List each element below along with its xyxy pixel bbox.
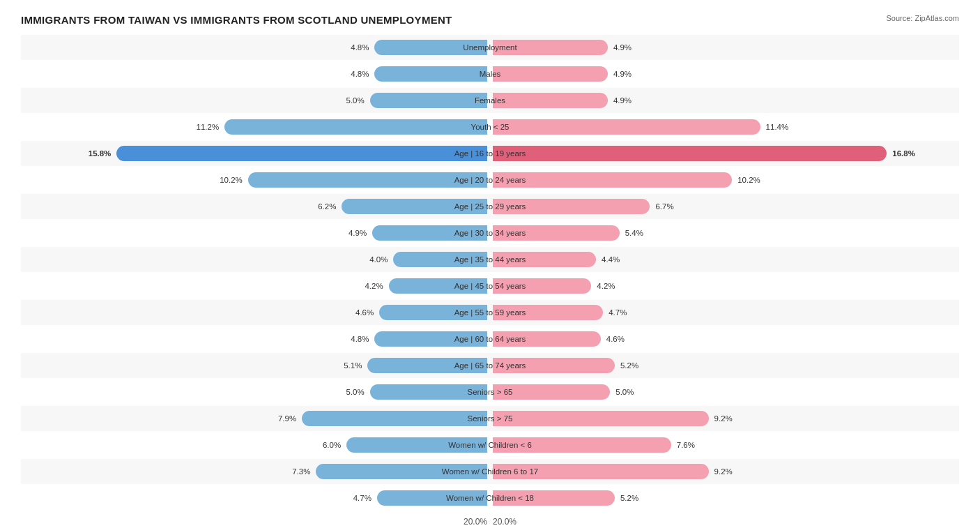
chart-container: IMMIGRANTS FROM TAIWAN VS IMMIGRANTS FRO…: [21, 14, 959, 528]
bar-value-left: 4.8%: [351, 335, 369, 343]
bar-value-left: 5.1%: [344, 361, 362, 370]
bar-value-left: 4.8%: [351, 70, 369, 78]
row-left-section: 6.0%: [21, 432, 490, 458]
chart-row: 5.0%Females4.9%: [21, 88, 959, 113]
bar-value-left: 5.0%: [346, 96, 365, 105]
row-left-section: 10.2%: [21, 167, 490, 193]
bar-value-left: 11.2%: [197, 123, 220, 131]
row-left-section: 7.9%: [21, 406, 490, 431]
row-left-section: 4.0%: [21, 247, 490, 272]
row-left-section: 11.2%: [21, 114, 490, 139]
chart-row: 4.6%Age | 55 to 59 years4.7%: [21, 300, 959, 325]
bar-value-left: 4.2%: [365, 282, 383, 290]
bar-value-left: 4.9%: [349, 229, 367, 237]
chart-row: 11.2%Youth < 2511.4%: [21, 114, 959, 139]
bar-value-left: 6.2%: [318, 202, 336, 211]
bar-value-right: 4.7%: [608, 308, 627, 317]
bar-value-right: 5.2%: [620, 361, 638, 370]
row-left-section: 5.1%: [21, 353, 490, 378]
bar-value-right: 4.9%: [613, 70, 631, 78]
row-right-section: 7.6%: [490, 432, 959, 458]
bar-value-left: 7.3%: [292, 467, 310, 476]
chart-row: 7.9%Seniors > 759.2%: [21, 406, 959, 431]
row-right-section: 4.4%: [490, 247, 959, 272]
bar-value-left: 4.6%: [355, 308, 374, 317]
chart-area: 4.8%Unemployment4.9%4.8%Males4.9%5.0%Fem…: [21, 35, 959, 511]
chart-row: 4.8%Males4.9%: [21, 61, 959, 86]
bar-value-right: 10.2%: [737, 176, 760, 184]
chart-row: 6.0%Women w/ Children < 67.6%: [21, 432, 959, 458]
chart-title: IMMIGRANTS FROM TAIWAN VS IMMIGRANTS FRO…: [21, 14, 452, 26]
bar-value-left: 4.0%: [369, 255, 388, 264]
bar-value-right: 7.6%: [677, 441, 695, 449]
row-right-section: 5.0%: [490, 379, 959, 405]
row-right-section: 5.2%: [490, 485, 959, 511]
bar-value-left: 4.8%: [351, 43, 369, 52]
row-right-section: 5.4%: [490, 220, 959, 246]
row-right-section: 4.6%: [490, 326, 959, 352]
chart-row: 15.8%Age | 16 to 19 years16.8%: [21, 141, 959, 166]
bar-value-right: 4.9%: [613, 43, 631, 52]
chart-row: 4.9%Age | 30 to 34 years5.4%: [21, 220, 959, 246]
row-right-section: 11.4%: [490, 114, 959, 139]
bar-value-right: 5.4%: [625, 229, 643, 237]
row-right-section: 4.9%: [490, 88, 959, 113]
row-right-section: 9.2%: [490, 459, 959, 484]
bar-value-right: 9.2%: [714, 467, 733, 476]
row-right-section: 4.7%: [490, 300, 959, 325]
row-right-section: 9.2%: [490, 406, 959, 431]
bar-value-right: 6.7%: [655, 202, 673, 211]
bar-value-right: 5.2%: [620, 494, 638, 502]
axis-right-label: 20.0%: [493, 517, 516, 527]
bar-value-left: 6.0%: [323, 441, 341, 449]
bar-value-right: 4.9%: [613, 96, 631, 105]
row-left-section: 6.2%: [21, 194, 490, 219]
chart-row: 5.1%Age | 65 to 74 years5.2%: [21, 353, 959, 378]
bar-value-left: 10.2%: [220, 176, 243, 184]
axis-left-label: 20.0%: [464, 517, 487, 527]
bar-value-left: 15.8%: [89, 149, 112, 158]
bar-value-right: 4.4%: [602, 255, 620, 264]
bar-value-right: 11.4%: [766, 123, 789, 131]
row-left-section: 5.0%: [21, 88, 490, 113]
chart-row: 10.2%Age | 20 to 24 years10.2%: [21, 167, 959, 193]
row-left-section: 4.9%: [21, 220, 490, 246]
chart-row: 4.2%Age | 45 to 54 years4.2%: [21, 273, 959, 299]
row-right-section: 4.2%: [490, 273, 959, 299]
row-left-section: 4.8%: [21, 61, 490, 86]
chart-row: 4.8%Unemployment4.9%: [21, 35, 959, 60]
chart-row: 4.0%Age | 35 to 44 years4.4%: [21, 247, 959, 272]
chart-row: 6.2%Age | 25 to 29 years6.7%: [21, 194, 959, 219]
bar-value-right: 4.2%: [597, 282, 615, 290]
bar-value-left: 4.7%: [353, 494, 372, 502]
row-left-section: 4.6%: [21, 300, 490, 325]
chart-row: 4.7%Women w/ Children < 185.2%: [21, 485, 959, 511]
bar-value-left: 7.9%: [278, 414, 296, 423]
row-left-section: 7.3%: [21, 459, 490, 484]
bar-value-right: 9.2%: [714, 414, 733, 423]
row-right-section: 5.2%: [490, 353, 959, 378]
row-left-section: 4.7%: [21, 485, 490, 511]
bar-value-right: 5.0%: [615, 388, 634, 396]
row-left-section: 4.2%: [21, 273, 490, 299]
row-right-section: 4.9%: [490, 61, 959, 86]
chart-row: 4.8%Age | 60 to 64 years4.6%: [21, 326, 959, 352]
bar-value-left: 5.0%: [346, 388, 365, 396]
row-left-section: 5.0%: [21, 379, 490, 405]
row-right-section: 4.9%: [490, 35, 959, 60]
axis-row: 20.0% 20.0%: [21, 513, 959, 528]
bar-value-right: 16.8%: [892, 149, 915, 158]
row-left-section: 15.8%: [21, 141, 490, 166]
chart-source: Source: ZipAtlas.com: [886, 14, 959, 22]
chart-row: 7.3%Women w/ Children 6 to 179.2%: [21, 459, 959, 484]
chart-row: 5.0%Seniors > 655.0%: [21, 379, 959, 405]
row-left-section: 4.8%: [21, 326, 490, 352]
row-right-section: 6.7%: [490, 194, 959, 219]
row-right-section: 10.2%: [490, 167, 959, 193]
row-right-section: 16.8%: [490, 141, 959, 166]
row-left-section: 4.8%: [21, 35, 490, 60]
bar-value-right: 4.6%: [606, 335, 625, 343]
